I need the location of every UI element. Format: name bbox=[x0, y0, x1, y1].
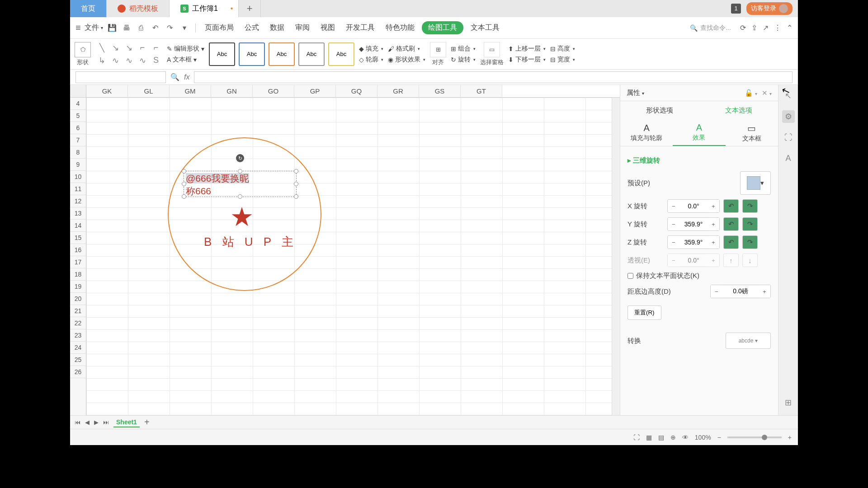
tab-workbook[interactable]: S工作簿1 bbox=[170, 0, 239, 17]
star-shape[interactable]: ★ bbox=[230, 202, 254, 232]
row-header[interactable]: 25 bbox=[70, 354, 86, 366]
zoom-slider[interactable] bbox=[727, 436, 782, 438]
tab-home[interactable]: 首页 bbox=[70, 0, 107, 17]
col-header[interactable]: GT bbox=[461, 85, 502, 97]
col-header[interactable]: GL bbox=[128, 85, 170, 97]
more-icon[interactable]: ⋮ bbox=[774, 23, 781, 32]
chevron-down-icon[interactable]: ▾ bbox=[179, 23, 190, 33]
z-rotation-spinner[interactable]: −+ bbox=[667, 235, 720, 249]
shape-gallery[interactable]: ╲↘↘⌐⌐ ↳∿∿∿S bbox=[95, 42, 162, 66]
hamburger-icon[interactable]: ≡ bbox=[75, 23, 81, 33]
col-header[interactable]: GO bbox=[253, 85, 294, 97]
sheet-last-icon[interactable]: ⏭ bbox=[103, 419, 109, 426]
style-swatch[interactable]: Abc bbox=[269, 42, 295, 66]
row-header[interactable]: 4 bbox=[70, 98, 86, 110]
select-all-corner[interactable] bbox=[70, 85, 86, 97]
col-header[interactable]: GM bbox=[170, 85, 211, 97]
row-header[interactable]: 14 bbox=[70, 220, 86, 232]
move-up-button[interactable]: ⬆ 上移一层 bbox=[508, 45, 546, 53]
sheet-first-icon[interactable]: ⏮ bbox=[75, 419, 80, 426]
shapes-group[interactable]: ⬠ 形状 bbox=[75, 42, 91, 66]
grid-view-icon[interactable]: ▦ bbox=[646, 434, 652, 441]
command-search[interactable]: 🔍查找命令... bbox=[690, 24, 731, 32]
row-header[interactable]: 8 bbox=[70, 146, 86, 159]
apps-icon[interactable]: ⊞ bbox=[782, 396, 795, 409]
rotate-handle[interactable]: ↻ bbox=[236, 154, 244, 162]
menu-data[interactable]: 数据 bbox=[266, 21, 288, 34]
outline-button[interactable]: ◇ 轮廓 bbox=[359, 56, 383, 64]
menu-formula[interactable]: 公式 bbox=[241, 21, 263, 34]
add-sheet-button[interactable]: + bbox=[144, 417, 150, 427]
transform-dropdown[interactable]: abcde▾ bbox=[726, 333, 771, 349]
row-header[interactable]: 15 bbox=[70, 232, 86, 244]
style-swatch[interactable]: Abc bbox=[209, 42, 235, 66]
col-header[interactable]: GK bbox=[86, 85, 128, 97]
col-header[interactable]: GQ bbox=[336, 85, 377, 97]
vertical-scrollbar[interactable] bbox=[612, 98, 620, 415]
redo-icon[interactable]: ↷ bbox=[165, 23, 175, 33]
row-header[interactable]: 19 bbox=[70, 281, 86, 293]
sheet-next-icon[interactable]: ▶ bbox=[94, 419, 99, 426]
width-field[interactable]: ⊟ 宽度 bbox=[550, 56, 575, 64]
notification-badge[interactable]: 1 bbox=[731, 4, 741, 14]
row-header[interactable]: 7 bbox=[70, 134, 86, 146]
zoom-icon[interactable]: 🔍 bbox=[170, 73, 179, 81]
panel-title[interactable]: 属性 bbox=[627, 89, 644, 97]
move-down-button[interactable]: ⬇ 下移一层 bbox=[508, 56, 546, 64]
subtab-textbox[interactable]: ▭文本框 bbox=[726, 119, 778, 146]
row-header[interactable]: 22 bbox=[70, 317, 86, 329]
row-header[interactable]: 5 bbox=[70, 110, 86, 122]
row-header[interactable]: 16 bbox=[70, 244, 86, 256]
fill-button[interactable]: ◆ 填充 bbox=[359, 45, 383, 53]
sheet-tab[interactable]: Sheet1 bbox=[113, 418, 140, 427]
align-group[interactable]: ⊞ 对齐 bbox=[430, 42, 446, 66]
y-rot-left-button[interactable]: ↶ bbox=[723, 217, 739, 231]
row-header[interactable]: 10 bbox=[70, 171, 86, 183]
tab-shape-options[interactable]: 形状选项 bbox=[620, 101, 699, 119]
row-header[interactable]: 9 bbox=[70, 159, 86, 171]
export-icon[interactable]: ↗ bbox=[763, 23, 769, 32]
fx-label[interactable]: fx bbox=[184, 73, 189, 81]
col-header[interactable]: GN bbox=[211, 85, 253, 97]
style-swatch[interactable]: Abc bbox=[239, 42, 265, 66]
bottom-text[interactable]: B 站 U P 主 bbox=[204, 234, 297, 250]
sheet-prev-icon[interactable]: ◀ bbox=[85, 419, 90, 426]
undo-icon[interactable]: ↶ bbox=[150, 23, 161, 33]
y-rot-right-button[interactable]: ↷ bbox=[742, 217, 758, 231]
cell-grid[interactable]: ↻ @666我要换昵称666 ★ B 站 U P 主 bbox=[86, 98, 612, 415]
center-icon[interactable]: ⊕ bbox=[670, 434, 676, 441]
x-rotation-spinner[interactable]: −+ bbox=[667, 199, 720, 213]
guest-login-button[interactable]: 访客登录 bbox=[746, 2, 793, 15]
x-rot-right-button[interactable]: ↷ bbox=[742, 199, 758, 213]
eye-icon[interactable]: 👁 bbox=[682, 434, 689, 441]
col-header[interactable]: GP bbox=[294, 85, 336, 97]
height-field[interactable]: ⊟ 高度 bbox=[550, 45, 575, 53]
lock-icon[interactable]: 🔓 bbox=[745, 89, 757, 97]
menu-text-tools[interactable]: 文本工具 bbox=[467, 21, 503, 34]
subtab-effects[interactable]: A效果 bbox=[673, 119, 725, 146]
menu-review[interactable]: 审阅 bbox=[292, 21, 313, 34]
tab-new[interactable]: + bbox=[239, 0, 261, 17]
zoom-in-button[interactable]: + bbox=[788, 434, 792, 441]
row-header[interactable]: 13 bbox=[70, 207, 86, 220]
fullscreen-icon[interactable]: ⛶ bbox=[633, 434, 640, 441]
menu-layout[interactable]: 页面布局 bbox=[201, 21, 237, 34]
textbox-text[interactable]: 称666 bbox=[186, 186, 211, 196]
row-header[interactable]: 18 bbox=[70, 268, 86, 281]
preview-icon[interactable]: ⎙ bbox=[136, 23, 146, 33]
print-icon[interactable]: 🖶 bbox=[121, 23, 132, 33]
menu-drawing-tools[interactable]: 绘图工具 bbox=[422, 21, 463, 34]
subtab-fill-outline[interactable]: A填充与轮廓 bbox=[620, 119, 673, 146]
preset-dropdown[interactable]: ▾ bbox=[740, 171, 771, 195]
reset-button[interactable]: 重置(R) bbox=[627, 305, 661, 320]
formula-input[interactable] bbox=[194, 71, 793, 83]
menu-view[interactable]: 视图 bbox=[317, 21, 339, 34]
settings-icon[interactable]: ⚙ bbox=[782, 110, 795, 123]
textbox-selected[interactable]: ↻ @666我要换昵称666 bbox=[184, 171, 297, 197]
select-pane-button[interactable]: ▭ 选择窗格 bbox=[480, 42, 504, 66]
group-button[interactable]: ⊞ 组合 bbox=[451, 45, 476, 53]
z-rot-left-button[interactable]: ↶ bbox=[723, 235, 739, 249]
text-effect-icon[interactable]: A bbox=[782, 152, 795, 164]
col-header[interactable]: GS bbox=[419, 85, 461, 97]
style-swatch[interactable]: Abc bbox=[298, 42, 325, 66]
